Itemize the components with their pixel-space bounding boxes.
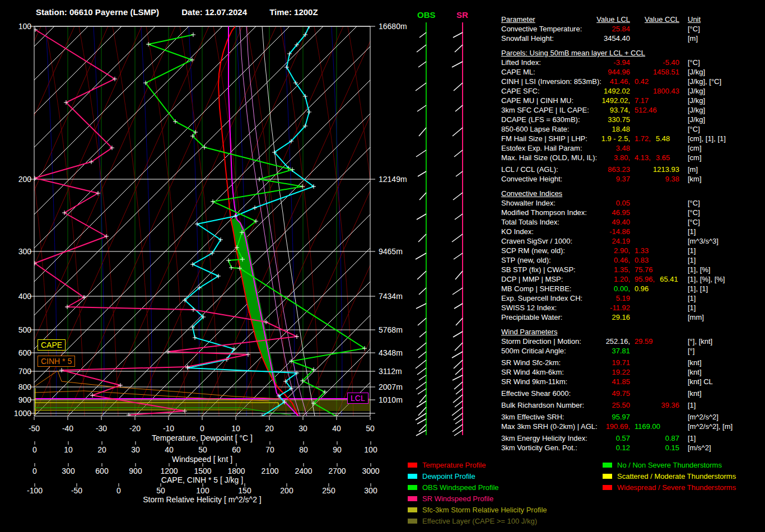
value-ccl: -5.40 [637, 58, 679, 67]
value-ccl: 1800.43 [637, 86, 679, 96]
value-part: 95.96, [635, 275, 655, 283]
value-lcl: 46.95 [501, 208, 630, 217]
legend-swatch [603, 485, 612, 490]
table-row: Craven SigSvr / 1000:24.19[m^3/s^3] [501, 236, 765, 246]
table-row: LCL / CCL (AGL):863.231213.93[m] [501, 165, 765, 174]
temperature-tick-label: 40 [332, 424, 341, 433]
height-tick-label: 16680m [379, 22, 407, 31]
temperature-tick-label: -40 [62, 424, 73, 433]
value-part: 1.33 [635, 246, 649, 255]
height-tick-label: 4348m [379, 348, 403, 357]
value-lcl: -11.92 [501, 303, 630, 312]
legend-item: Temperature Profile [408, 461, 486, 469]
table-row: 850-600 Lapse Rate:18.48[°C] [501, 124, 765, 134]
table-row: Showalter Index:0.05[°C] [501, 198, 765, 208]
value-lcl: 190.69, [501, 422, 630, 431]
table-header-row: ParameterValue LCLValue CCLUnit [501, 15, 765, 24]
value-lcl: 25.50 [501, 400, 630, 410]
unit-label: [J/kg] [688, 115, 705, 124]
value-extra: 29.59 [635, 337, 658, 346]
pressure-tick-label: 1000 [10, 409, 31, 418]
cape-tick-label: 0 [32, 466, 37, 475]
temperature-tick-label: 30 [298, 424, 307, 433]
value-part: 512.46 [635, 106, 657, 114]
value-lcl: 1492.02 [501, 86, 630, 96]
height-tick-label: 7434m [379, 292, 403, 301]
srh-tick-label: -50 [71, 486, 82, 495]
table-row: FM Hail Size | SHIP | LHP:1.9 - 2.5,1.72… [501, 134, 765, 143]
lcl-label: LCL [347, 393, 368, 404]
table-row: SR Wind 9km-11km:41.85[knt] CL [501, 377, 765, 386]
windspeed-tick-label: 20 [97, 445, 106, 454]
value-extra: 0.96 [635, 284, 654, 293]
value-part: 1.72, [635, 134, 651, 143]
cape-tick-label: 2400 [295, 466, 312, 475]
table-row: Convective Height:9.379.38[km] [501, 174, 765, 184]
table-header-cell: Value LCL [501, 15, 630, 24]
value-lcl: 2.90, [501, 246, 630, 255]
cape-tick-label: 900 [129, 466, 142, 475]
unit-label: [knt] [688, 358, 702, 367]
value-lcl: 95.97 [501, 412, 630, 422]
pressure-tick-label: 900 [10, 395, 31, 404]
value-lcl: 1492.02, [501, 96, 630, 105]
table-row: SWISS 12 Index:-11.92[1] [501, 303, 765, 312]
value-lcl: 5.19 [501, 293, 630, 303]
value-lcl: 1.20, [501, 274, 630, 284]
unit-label: [knt] CL [688, 377, 713, 386]
srh-tick-label: 50 [156, 486, 165, 495]
value-ccl: 0.15 [637, 443, 679, 452]
pressure-tick-label: 800 [10, 382, 31, 391]
table-row: MB Comp | SHERBE:0.00,0.96[1], [1] [501, 284, 765, 293]
cape-tick-label: 1500 [194, 466, 211, 475]
value-extra: 512.46 [635, 105, 662, 115]
windspeed-tick-label: 90 [333, 445, 342, 454]
value-lcl: 49.40 [501, 217, 630, 227]
srh-tick-label: 150 [238, 486, 251, 495]
cape-tick-label: 1200 [160, 466, 178, 475]
unit-label: [m^3/s^3] [688, 236, 719, 246]
srh-tick-label: -100 [27, 486, 43, 495]
value-lcl: 18.48 [501, 124, 630, 134]
table-row: Max 3km SRH (0-2km) | AGL:190.69,1169.00… [501, 422, 765, 431]
legend-item: OBS Windspeed Profile [408, 484, 499, 492]
pressure-tick-label: 400 [10, 292, 31, 301]
value-ccl: 39.36 [637, 400, 679, 410]
unit-label: [mm] [688, 312, 704, 322]
unit-label: [1] [688, 255, 696, 265]
value-lcl: 41.85 [501, 377, 630, 386]
value-lcl: 1.9 - 2.5, [501, 134, 630, 143]
table-header-cell: Unit [688, 15, 701, 24]
table-row: 3km Vorticity Gen. Pot.:0.120.15[m/s^2] [501, 443, 765, 452]
value-lcl: 944.96 [501, 67, 630, 77]
value-part: 7.17 [635, 96, 649, 105]
value-lcl: 863.23 [501, 165, 630, 174]
unit-label: [°C] [688, 198, 700, 208]
legend-item: SR Windspeed Profile [408, 495, 493, 503]
table-section-header: Wind Parameters [501, 327, 765, 337]
cape-label: CAPE [38, 339, 66, 351]
table-row: CAPE MU | CINH MU:1492.02,7.17[J/kg] [501, 96, 765, 105]
value-lcl: 37.81 [501, 346, 630, 356]
unit-label: [knt] [688, 367, 702, 377]
table-row: SR Wind 4km-6km:19.22[knt] [501, 367, 765, 377]
value-lcl: 24.19 [501, 236, 630, 246]
pressure-tick-label: 500 [10, 325, 31, 334]
value-part: 0.83 [635, 256, 649, 264]
legend-item: No / Non Severe Thunderstorms [603, 461, 722, 469]
legend-label: Effective Layer (CAPE >= 100 J/kg) [422, 517, 537, 525]
windspeed-tick-label: 0 [32, 445, 37, 454]
obs-windspeed-profile [146, 35, 365, 416]
value-extra: 1169.00 [635, 422, 665, 431]
pressure-tick-label: 200 [10, 175, 31, 184]
unit-label: [cm], [1], [1] [688, 134, 726, 143]
value-lcl: 0.00, [501, 284, 630, 293]
value-lcl: -14.86 [501, 227, 630, 236]
value-extra: 1.33 [635, 246, 654, 255]
table-row: Modified Thompson Index:46.95[°C] [501, 208, 765, 217]
cape-tick-label: 2100 [261, 466, 278, 475]
profiles [32, 24, 370, 418]
srh-tick-label: 200 [280, 486, 293, 495]
unit-label: [1] [688, 433, 696, 443]
windspeed-tick-label: 100 [364, 445, 377, 454]
